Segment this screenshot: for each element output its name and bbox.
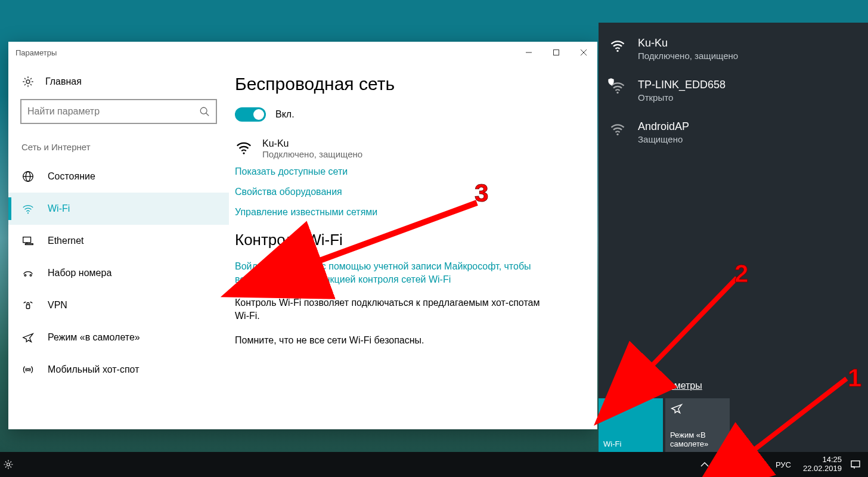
tile-wifi[interactable]: Wi-Fi (599, 398, 663, 452)
tile-label: Wi-Fi (603, 439, 658, 448)
taskbar: РУС 14:25 22.02.2019 (0, 452, 868, 477)
svg-point-21 (616, 134, 618, 135)
flyout-tiles: Wi-Fi Режим «В самолете» (599, 398, 868, 452)
gear-icon (21, 75, 35, 88)
svg-rect-25 (727, 463, 728, 465)
link-signin-microsoft[interactable]: Войдите в систему с помощью учетной запи… (235, 260, 545, 287)
airplane-icon (670, 402, 683, 415)
flyout-network-item[interactable]: TP-LINK_EDD658 Открыто (599, 73, 868, 114)
svg-rect-16 (26, 305, 30, 308)
home-link[interactable]: Главная (8, 69, 229, 97)
nav-status[interactable]: Состояние (8, 160, 229, 193)
network-settings-link[interactable]: Сетевые параметры (612, 380, 702, 391)
flyout-settings-link-row: Сетевые параметры (599, 374, 868, 398)
svg-rect-11 (23, 237, 31, 243)
gear-icon[interactable] (2, 459, 14, 470)
svg-point-27 (742, 467, 743, 469)
nav-label: Ethernet (48, 236, 83, 246)
page-title: Беспроводная сеть (235, 74, 583, 94)
globe-icon (21, 170, 35, 183)
svg-rect-1 (554, 50, 559, 55)
tray-date: 22.02.2019 (803, 464, 842, 473)
battery-icon[interactable] (718, 459, 729, 470)
svg-point-15 (30, 274, 32, 276)
home-label: Главная (45, 76, 82, 87)
tray-time: 14:25 (803, 456, 842, 464)
nav-label: Состояние (48, 171, 95, 182)
svg-rect-26 (720, 463, 726, 465)
network-status: Защищено (638, 134, 689, 144)
minimize-button[interactable] (515, 42, 542, 63)
search-icon (199, 106, 210, 117)
maximize-button[interactable] (542, 42, 570, 63)
lang-indicator[interactable]: РУС (776, 460, 791, 469)
system-tray: РУС (699, 459, 797, 470)
network-name: Ku-Ku (638, 37, 738, 49)
wifi-icon (609, 37, 626, 54)
current-network-name: Ku-Ku (262, 138, 362, 149)
settings-titlebar: Параметры (8, 42, 597, 63)
flyout-network-item[interactable]: Ku-Ku Подключено, защищено (599, 31, 868, 73)
window-title: Параметры (16, 48, 57, 57)
vpn-icon (21, 299, 35, 312)
volume-icon[interactable] (757, 459, 767, 470)
airplane-icon (21, 331, 35, 344)
link-manage-known-networks[interactable]: Управление известными сетями (235, 207, 583, 218)
svg-line-6 (206, 113, 209, 116)
network-status: Подключено, защищено (638, 51, 738, 61)
network-flyout: Ku-Ku Подключено, защищено TP-LINK_EDD65… (599, 23, 868, 452)
nav-label: Мобильный хот-спот (48, 364, 139, 375)
current-network[interactable]: Ku-Ku Подключено, защищено (235, 138, 583, 159)
ethernet-icon (21, 234, 35, 247)
dialup-icon (21, 267, 35, 280)
section-title-wifi-sense: Контроль Wi-Fi (235, 231, 583, 249)
tile-airplane[interactable]: Режим «В самолете» (665, 398, 730, 452)
tray-clock[interactable]: 14:25 22.02.2019 (797, 456, 848, 473)
svg-point-23 (7, 463, 10, 466)
hotspot-icon (21, 363, 35, 376)
network-name: TP-LINK_EDD658 (638, 79, 726, 91)
link-hardware-properties[interactable]: Свойства оборудования (235, 187, 583, 197)
svg-point-10 (27, 212, 29, 213)
svg-point-19 (616, 50, 618, 52)
svg-point-22 (609, 412, 610, 413)
wifi-icon (235, 138, 253, 156)
nav-hotspot[interactable]: Мобильный хот-спот (8, 354, 229, 386)
shield-warning-icon (607, 78, 615, 86)
wifi-sense-desc2: Помните, что не все сети Wi-Fi безопасны… (235, 334, 545, 347)
svg-rect-28 (851, 461, 860, 467)
link-available-networks[interactable]: Показать доступные сети (235, 166, 583, 177)
nav-label: Набор номера (48, 268, 111, 278)
nav-label: Wi-Fi (48, 203, 70, 214)
search-input[interactable] (27, 106, 199, 117)
wifi-sense-desc1: Контроль Wi-Fi позволяет подключаться к … (235, 296, 545, 323)
svg-point-4 (26, 80, 30, 83)
nav-wifi[interactable]: Wi-Fi (8, 193, 229, 225)
settings-sidebar: Главная Сеть и Интернет Состояние Wi-Fi … (8, 63, 229, 429)
section-caption: Сеть и Интернет (8, 131, 229, 160)
settings-window: Параметры Главная Сеть и Интернет Состоя… (8, 42, 597, 429)
network-name: AndroidAP (638, 120, 689, 133)
close-button[interactable] (570, 42, 597, 63)
search-box[interactable] (20, 99, 217, 124)
nav-ethernet[interactable]: Ethernet (8, 225, 229, 257)
nav-airplane[interactable]: Режим «в самолете» (8, 321, 229, 354)
wifi-tray-icon[interactable] (737, 459, 748, 470)
flyout-network-item[interactable]: AndroidAP Защищено (599, 114, 868, 156)
network-status: Открыто (638, 92, 726, 103)
settings-content: Беспроводная сеть Вкл. Ku-Ku Подключено,… (229, 63, 597, 429)
wifi-icon (603, 402, 616, 415)
svg-point-18 (243, 152, 244, 154)
notifications-icon[interactable] (850, 459, 861, 470)
nav-label: VPN (48, 300, 67, 311)
tile-label: Режим «В самолете» (670, 430, 725, 448)
svg-point-5 (200, 107, 207, 114)
current-network-status: Подключено, защищено (262, 149, 362, 159)
svg-point-17 (27, 368, 29, 371)
svg-point-14 (24, 274, 26, 276)
toggle-label: Вкл. (275, 109, 294, 120)
wifi-toggle[interactable] (235, 107, 266, 122)
chevron-up-icon[interactable] (699, 459, 710, 470)
nav-vpn[interactable]: VPN (8, 289, 229, 321)
nav-dialup[interactable]: Набор номера (8, 257, 229, 289)
